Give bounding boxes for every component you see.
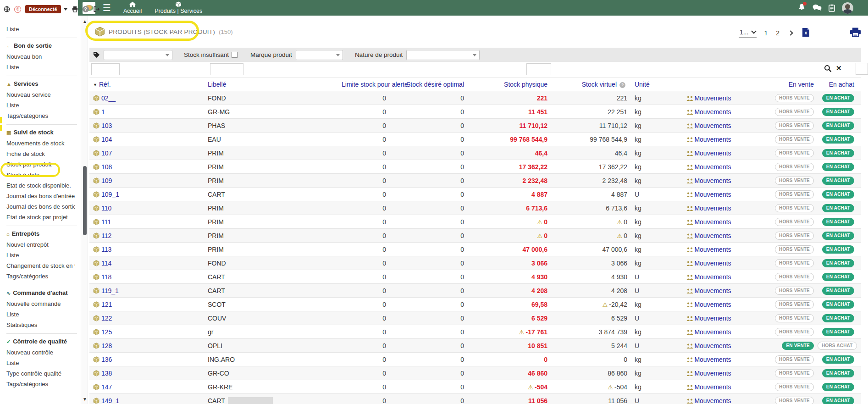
- product-ref-link[interactable]: 147: [101, 383, 112, 391]
- search-extra-input[interactable]: [856, 63, 868, 75]
- movements-link[interactable]: Mouvements: [686, 315, 731, 322]
- badge-en-achat[interactable]: EN ACHAT: [822, 94, 854, 102]
- movements-link[interactable]: Mouvements: [686, 108, 731, 116]
- page-size-select[interactable]: 1...: [739, 28, 757, 38]
- badge-hors-vente[interactable]: HORS VENTE: [775, 273, 814, 281]
- badge-hors-vente[interactable]: HORS VENTE: [775, 177, 814, 185]
- scroll-up-icon[interactable]: ▲: [82, 18, 88, 25]
- badge-hors-vente[interactable]: HORS VENTE: [775, 135, 814, 144]
- product-ref-link[interactable]: 109: [101, 177, 112, 184]
- sidebar-item-nouveau-bon[interactable]: Nouveau bon: [6, 51, 75, 62]
- sidebar-item-fiche-de-stock[interactable]: Fiche de stock: [6, 149, 75, 159]
- product-ref-link[interactable]: 112: [101, 232, 111, 239]
- movements-link[interactable]: Mouvements: [686, 370, 731, 377]
- movements-link[interactable]: Mouvements: [686, 94, 731, 102]
- badge-hors-vente[interactable]: HORS VENTE: [775, 108, 814, 116]
- sidebar-item-liste[interactable]: Liste: [6, 250, 75, 260]
- sidebar-section-title[interactable]: ∿Commande d'achat: [6, 288, 75, 299]
- badge-hors-vente[interactable]: HORS VENTE: [775, 287, 814, 295]
- product-ref-link[interactable]: 108: [101, 163, 112, 171]
- movements-link[interactable]: Mouvements: [686, 218, 731, 226]
- movements-link[interactable]: Mouvements: [686, 136, 731, 143]
- sidebar-item-tags-cat-gories[interactable]: Tags/catégories: [6, 379, 75, 389]
- movements-link[interactable]: Mouvements: [686, 205, 731, 212]
- badge-hors-vente[interactable]: HORS VENTE: [775, 94, 814, 102]
- info-icon[interactable]: ?: [619, 82, 625, 88]
- col-unite[interactable]: Unité: [631, 77, 656, 91]
- product-ref-link[interactable]: 104: [101, 136, 112, 143]
- scroll-down-icon[interactable]: ▼: [82, 396, 88, 403]
- product-ref-link[interactable]: 125: [101, 328, 112, 336]
- notifications-bell-icon[interactable]: [798, 3, 806, 13]
- badge-en-achat[interactable]: EN ACHAT: [822, 245, 854, 254]
- movements-link[interactable]: Mouvements: [686, 342, 731, 349]
- sidebar-item-liste[interactable]: Liste: [6, 358, 75, 368]
- product-ref-link[interactable]: 1: [101, 108, 105, 116]
- badge-hors-vente[interactable]: HORS VENTE: [775, 355, 814, 364]
- badge-en-achat[interactable]: EN ACHAT: [822, 383, 854, 391]
- movements-link[interactable]: Mouvements: [686, 273, 731, 281]
- product-ref-link[interactable]: 121: [101, 301, 112, 308]
- sidebar-item-nouveau-contr-le[interactable]: Nouveau contrôle: [6, 347, 75, 358]
- category-filter-select[interactable]: [104, 50, 172, 60]
- badge-hors-vente[interactable]: HORS VENTE: [775, 190, 814, 199]
- disconnect-badge[interactable]: Déconnecté: [25, 5, 61, 13]
- sidebar-item-statistiques[interactable]: Statistiques: [6, 320, 75, 330]
- badge-en-achat[interactable]: EN ACHAT: [822, 369, 854, 377]
- sidebar-item-liste[interactable]: Liste: [6, 100, 75, 111]
- search-ref-input[interactable]: [91, 63, 120, 75]
- product-ref-link[interactable]: 149_1: [101, 397, 119, 404]
- chat-icon[interactable]: [813, 4, 822, 11]
- movements-link[interactable]: Mouvements: [686, 397, 731, 404]
- product-ref-link[interactable]: 128: [101, 342, 112, 349]
- next-page-icon[interactable]: [788, 30, 793, 35]
- col-ref[interactable]: ▼Réf.: [89, 77, 204, 91]
- sidebar-item-journal-des-bons-de-sortie-p-[interactable]: Journal des bons de sortie p...: [6, 201, 75, 212]
- badge-en-achat[interactable]: EN ACHAT: [822, 300, 854, 309]
- movements-link[interactable]: Mouvements: [686, 232, 731, 239]
- product-ref-link[interactable]: 109_1: [101, 191, 119, 198]
- col-limite[interactable]: Limite stock pour alerte: [342, 77, 390, 91]
- movements-link[interactable]: Mouvements: [686, 260, 731, 267]
- menu-item-produits-services[interactable]: Produits | Services: [155, 1, 202, 14]
- product-ref-link[interactable]: 103: [101, 122, 112, 129]
- badge-en-achat[interactable]: EN ACHAT: [822, 190, 854, 199]
- help-icon[interactable]: ?: [83, 6, 89, 12]
- product-ref-link[interactable]: 122: [101, 315, 112, 322]
- product-ref-link[interactable]: 107: [101, 149, 112, 157]
- phone-icon[interactable]: ✆: [14, 6, 21, 13]
- badge-en-achat[interactable]: EN ACHAT: [822, 232, 854, 240]
- hamburger-icon[interactable]: ☰: [103, 2, 111, 13]
- col-en-achat[interactable]: En achat: [818, 77, 861, 91]
- badge-hors-vente[interactable]: HORS VENTE: [775, 149, 814, 157]
- sidebar-item-etat-de-stock-par-projet[interactable]: Etat de stock par projet: [6, 212, 75, 222]
- page-link-2[interactable]: 2: [776, 29, 780, 37]
- sidebar-section-title[interactable]: ▦Suivi de stock: [6, 127, 75, 138]
- nature-produit-select[interactable]: [406, 50, 480, 60]
- badge-en-achat[interactable]: EN ACHAT: [822, 273, 854, 281]
- stock-insuffisant-checkbox[interactable]: [232, 52, 238, 58]
- sidebar-item-journal-des-bons-d-entr-e-per-[interactable]: Journal des bons d'entrée per...: [6, 191, 75, 201]
- user-avatar[interactable]: [842, 2, 853, 14]
- movements-link[interactable]: Mouvements: [686, 177, 731, 184]
- globe-icon[interactable]: [4, 6, 10, 12]
- col-libelle[interactable]: Libellé: [204, 77, 342, 91]
- badge-hors-vente[interactable]: HORS VENTE: [775, 245, 814, 254]
- sidebar-item-nouvelle-commande[interactable]: Nouvelle commande: [6, 299, 75, 309]
- sidebar-section-title[interactable]: ←Bon de sortie: [6, 40, 75, 51]
- movements-link[interactable]: Mouvements: [686, 301, 731, 308]
- marque-produit-select[interactable]: [296, 50, 343, 60]
- movements-link[interactable]: Mouvements: [686, 328, 731, 336]
- badge-en-achat[interactable]: EN ACHAT: [822, 328, 854, 336]
- badge-en-achat[interactable]: EN ACHAT: [822, 204, 854, 212]
- product-ref-link[interactable]: 114: [101, 260, 111, 267]
- movements-link[interactable]: Mouvements: [686, 246, 731, 253]
- sidebar-item-nouveau-service[interactable]: Nouveau service: [6, 89, 75, 100]
- product-ref-link[interactable]: 138: [101, 370, 112, 377]
- movements-link[interactable]: Mouvements: [686, 122, 731, 129]
- movements-link[interactable]: Mouvements: [686, 191, 731, 198]
- badge-hors-vente[interactable]: HORS VENTE: [775, 369, 814, 377]
- print-icon[interactable]: [72, 6, 78, 12]
- product-ref-link[interactable]: 111: [101, 218, 111, 226]
- sidebar-scrollbar[interactable]: ▲ ▼: [81, 16, 88, 404]
